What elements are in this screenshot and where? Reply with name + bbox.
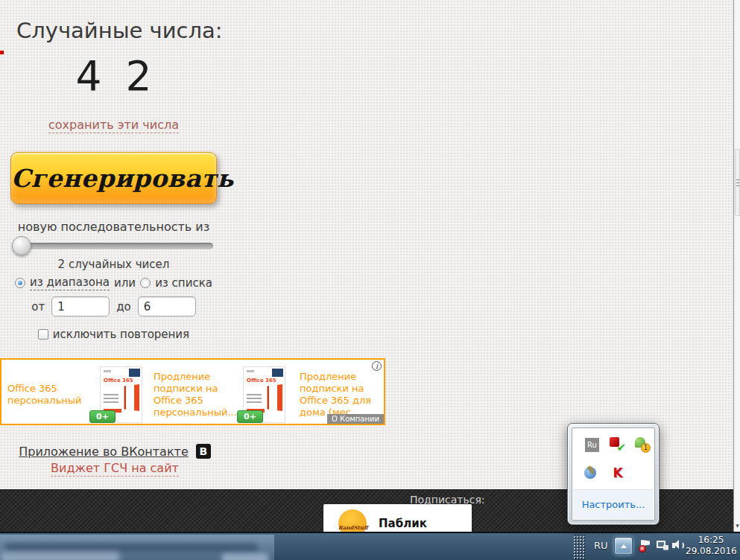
kaspersky-icon[interactable]: K xyxy=(610,465,625,480)
ad-info-icon[interactable]: i xyxy=(372,361,382,371)
count-slider-handle[interactable] xyxy=(12,236,31,255)
ad-item-1-title[interactable]: Office 365 персональный xyxy=(7,383,88,407)
taskbar-blurred-apps[interactable] xyxy=(0,535,274,560)
radio-separator-label: или xyxy=(114,276,136,290)
office-365-box-title: Office 365 xyxy=(104,378,133,384)
blurred-taskbar-button xyxy=(4,543,258,552)
sequence-count-label: 2 случайных чисел xyxy=(0,258,227,271)
alert-badge-icon: ✕ xyxy=(639,545,646,553)
vk-app-link[interactable]: Приложение во ВКонтакте xyxy=(19,445,189,459)
page-scrollbar[interactable]: ▼ xyxy=(733,0,740,532)
range-radio-label[interactable]: из диапазона xyxy=(30,276,110,290)
exclude-repeats-row: исключить повторения xyxy=(0,328,227,341)
page-title: Случайные числа: xyxy=(16,18,223,43)
generated-number-2: 2 xyxy=(126,52,152,100)
office-365-box-title: Office 365 xyxy=(247,378,276,384)
generated-number-1: 4 xyxy=(76,52,102,100)
scrollbar-grip xyxy=(736,179,739,188)
punto-language-ru-icon[interactable]: Ru xyxy=(585,438,599,452)
blurred-taskbar-button xyxy=(0,552,119,560)
ad-about-company-label[interactable]: О Компании xyxy=(327,414,384,424)
taskbar-clock[interactable]: 16:25 29.08.2016 xyxy=(686,535,736,557)
office-logo-icon xyxy=(121,384,139,411)
update-notification-icon[interactable]: 1 xyxy=(635,437,650,452)
taskbar-grip-dots xyxy=(573,535,585,560)
save-numbers-link[interactable]: сохранить эти числа xyxy=(0,118,227,132)
list-radio[interactable] xyxy=(140,278,151,288)
tray-popup-body: Ru ✔ 1 ✎ K Настроить... xyxy=(572,427,655,521)
office-logo-icon xyxy=(264,384,282,411)
network-icon[interactable] xyxy=(655,538,670,553)
punto-diary-pencil-icon[interactable]: ✎ xyxy=(584,465,599,480)
generate-button[interactable]: Сгенерировать xyxy=(10,152,217,204)
from-input[interactable] xyxy=(51,296,110,316)
range-inputs-row: от до xyxy=(0,296,227,316)
sequence-label: новую последовательность из xyxy=(0,220,227,234)
tray-overflow-popup: Ru ✔ 1 ✎ K Настроить... xyxy=(567,423,660,525)
exclude-repeats-label[interactable]: исключить повторения xyxy=(53,328,189,341)
to-label: до xyxy=(116,300,131,314)
ad-item-2-title[interactable]: Продление подписки на Office 365 персона… xyxy=(154,371,244,419)
scrollbar-thumb[interactable] xyxy=(735,149,740,216)
language-indicator[interactable]: RU xyxy=(594,540,608,551)
range-radio[interactable] xyxy=(15,278,25,288)
ad-banner[interactable]: Office 365 персональный Office 365 0+ Пр… xyxy=(0,358,385,425)
speaker-icon[interactable] xyxy=(671,538,686,553)
vk-icon[interactable]: В xyxy=(196,444,211,459)
count-slider-track[interactable] xyxy=(15,243,213,249)
age-rating-badge-1: 0+ xyxy=(89,410,116,423)
antivirus-check-icon[interactable]: ✔ xyxy=(609,437,624,452)
randstuff-logo-text: RandStuff xyxy=(338,524,367,531)
scrollbar-down-arrow-icon[interactable]: ▼ xyxy=(734,521,740,530)
tray-customize-link[interactable]: Настроить... xyxy=(582,499,645,510)
action-center-flag-icon[interactable]: ✕ xyxy=(638,538,653,553)
blurred-taskbar-button xyxy=(222,553,268,560)
list-radio-label[interactable]: из списка xyxy=(155,276,212,290)
clock-time: 16:25 xyxy=(686,535,736,546)
ad-item-3-title[interactable]: Продление подписки на Office 365 для дом… xyxy=(300,371,383,419)
from-label: от xyxy=(31,300,45,314)
mode-radio-group: из диапазона или из списка xyxy=(0,276,227,290)
to-input[interactable] xyxy=(138,296,196,316)
age-rating-badge-2: 0+ xyxy=(237,410,263,423)
clock-date: 29.08.2016 xyxy=(686,546,736,557)
exclude-repeats-checkbox[interactable] xyxy=(38,329,48,340)
vk-app-row: Приложение во ВКонтакте В xyxy=(0,444,230,459)
show-hidden-icons-button[interactable] xyxy=(614,537,633,555)
generated-numbers: 4 2 xyxy=(0,52,227,100)
notification-count-badge: 1 xyxy=(641,443,651,453)
rng-widget-link[interactable]: Виджет ГСЧ на сайт xyxy=(0,461,230,475)
tray-popup-footer: Настроить... xyxy=(573,489,654,519)
